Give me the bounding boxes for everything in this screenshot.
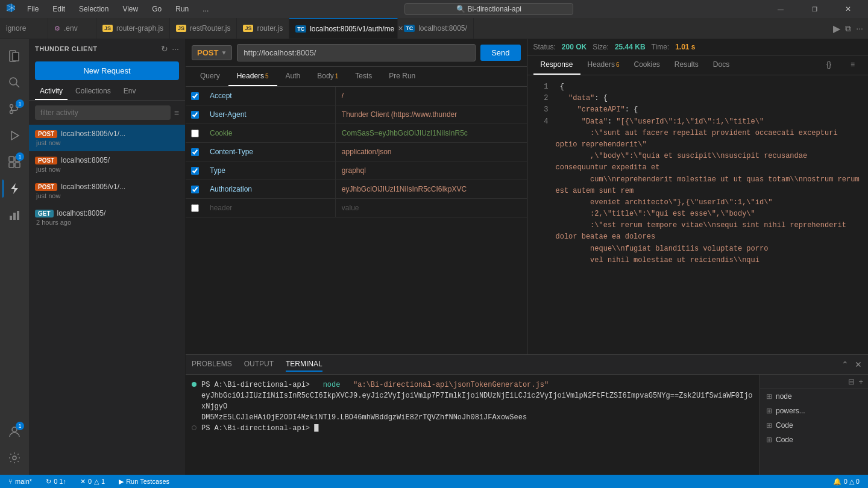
tab-router-graph[interactable]: JS router-graph.js [96,18,170,39]
branch-item[interactable]: ⑂ main* [6,478,34,485]
split-terminal-icon[interactable]: ⊟ [848,377,855,386]
resp-tab-json[interactable]: {} [819,55,838,75]
header-key-cookie[interactable]: Cookie [204,124,336,142]
chart-icon[interactable] [2,203,27,227]
panel-item-node[interactable]: ⊞ node [760,389,868,404]
resp-tab-response[interactable]: Response [533,55,580,75]
run-testcases-item[interactable]: ▶ Run Testcases [116,478,172,486]
tab-pre-run[interactable]: Pre Run [380,67,424,86]
header-checkbox-type[interactable] [186,167,204,175]
table-row: Accept / [186,87,527,105]
sidebar-header: THUNDER CLIENT ↻ ··· [29,39,185,58]
menu-file[interactable]: File [25,4,41,14]
sidebar-tab-activity[interactable]: Activity [35,83,68,100]
header-value-useragent[interactable]: Thunder Client (https://www.thunder [336,105,527,124]
tab-problems[interactable]: PROBLEMS [192,357,232,372]
send-button[interactable]: Send [480,45,520,61]
global-search[interactable]: 🔍 Bi-directional-api [404,3,573,15]
resp-tab-docs[interactable]: Docs [706,55,737,75]
header-key-accept[interactable]: Accept [204,87,336,105]
search-activity-icon[interactable] [2,70,27,95]
more-tabs-icon[interactable]: ··· [856,23,863,33]
sidebar-tab-env[interactable]: Env [119,83,141,100]
header-key-auth[interactable]: Authorization [204,180,336,198]
sync-item[interactable]: ↻ 0 1↑ [43,478,69,486]
header-key-useragent[interactable]: User-Agent [204,105,336,124]
alerts-item[interactable]: 🔔 0 △ 0 [831,478,862,486]
header-checkbox-auth[interactable] [186,186,204,193]
header-checkbox-content-type[interactable] [186,148,204,156]
menu-view[interactable]: View [120,4,140,14]
split-editor-icon[interactable]: ⧉ [845,23,851,34]
refresh-icon[interactable]: ↻ [161,44,168,54]
menu-more[interactable]: ... [200,4,211,14]
tab-env[interactable]: ⚙ .env [48,18,96,39]
source-control-icon[interactable]: 1 [2,97,27,121]
header-value-empty[interactable]: value [336,199,527,217]
header-checkbox-useragent[interactable] [186,111,204,119]
url-input[interactable] [237,44,476,61]
minimize-button[interactable]: — [767,0,794,18]
list-item[interactable]: POST localhost:8005/ just now [29,151,185,178]
header-key-empty[interactable]: header [204,199,336,217]
list-item[interactable]: GET localhost:8005/ 2 hours ago [29,204,185,231]
restore-button[interactable]: ❐ [800,0,828,18]
method-select[interactable]: POST ▼ [192,45,232,60]
panel-item-powershell[interactable]: ⊞ powers... [760,404,868,418]
tab-close-button[interactable]: ✕ [398,25,403,33]
filter-input[interactable] [35,105,171,120]
close-button[interactable]: ✕ [834,0,862,18]
resp-tab-cookies[interactable]: Cookies [626,55,667,75]
error-warning-item[interactable]: ✕ 0 △ 1 [78,478,107,486]
header-checkbox-empty[interactable] [186,204,204,212]
tab-headers[interactable]: Headers5 [228,67,277,86]
new-terminal-icon[interactable]: + [858,377,863,386]
menu-selection[interactable]: Selection [77,4,111,14]
resp-tab-results[interactable]: Results [667,55,706,75]
tab-localhost-8005[interactable]: TC localhost:8005/ [398,18,474,39]
menu-edit[interactable]: Edit [50,4,68,14]
panel-item-code-1[interactable]: ⊞ Code [760,418,868,433]
tab-ignore[interactable]: ignore [0,18,48,39]
tab-query[interactable]: Query [192,67,228,86]
menu-run[interactable]: Run [173,4,191,14]
header-value-accept[interactable]: / [336,87,527,105]
header-key-type[interactable]: Type [204,161,336,180]
settings-icon[interactable] [2,446,27,470]
extensions-icon[interactable]: 1 [2,150,27,174]
tab-auth-me[interactable]: TC localhost:8005/v1/auth/me ✕ [289,18,398,39]
list-item[interactable]: POST localhost:8005/v1/... just now [29,125,185,151]
new-request-button[interactable]: New Request [35,61,179,80]
run-debug-icon[interactable] [2,124,27,148]
list-item[interactable]: POST localhost:8005/v1/... just now [29,178,185,204]
resp-tab-headers[interactable]: Headers6 [580,55,627,75]
header-value-cookie[interactable]: ComSasS=eyJhbGciOiJIUzI1NiIsInR5c [336,124,527,142]
header-value-auth[interactable]: eyJhbGciOiJIUzI1NiIsInR5cCI6IkpXVC [336,180,527,198]
maximize-icon[interactable]: ⌃ [841,360,849,369]
filter-options-icon[interactable]: ≡ [174,108,179,117]
tab-auth[interactable]: Auth [277,67,309,86]
header-value-type[interactable]: graphql [336,161,527,180]
panel-item-code-2[interactable]: ⊞ Code [760,433,868,447]
tab-body[interactable]: Body1 [309,67,347,86]
account-icon[interactable]: 1 [2,419,27,443]
tab-tests[interactable]: Tests [347,67,380,86]
tab-output[interactable]: OUTPUT [244,357,274,372]
menu-go[interactable]: Go [149,4,164,14]
tab-restrouter[interactable]: JS restRouter.js [170,18,237,39]
terminal-body[interactable]: PS A:\Bi-directional-api> node "a:\Bi-di… [186,375,760,475]
header-value-content-type[interactable]: application/json [336,143,527,161]
header-checkbox-accept[interactable] [186,92,204,100]
header-checkbox-cookie[interactable] [186,130,204,137]
close-terminal-icon[interactable]: ✕ [855,360,862,369]
explorer-icon[interactable] [2,44,27,68]
response-code[interactable]: 1 { 2 "data": { 3 "createAPI": { 4 [527,75,869,354]
resp-tab-menu[interactable]: ≡ [843,55,862,75]
tab-terminal[interactable]: TERMINAL [286,357,322,372]
header-key-content-type[interactable]: Content-Type [204,143,336,161]
thunder-client-icon[interactable] [2,177,27,201]
tab-router[interactable]: JS router.js [237,18,289,39]
sidebar-tab-collections[interactable]: Collections [71,83,116,100]
run-icon[interactable]: ▶ [833,23,840,34]
more-options-icon[interactable]: ··· [172,44,179,54]
